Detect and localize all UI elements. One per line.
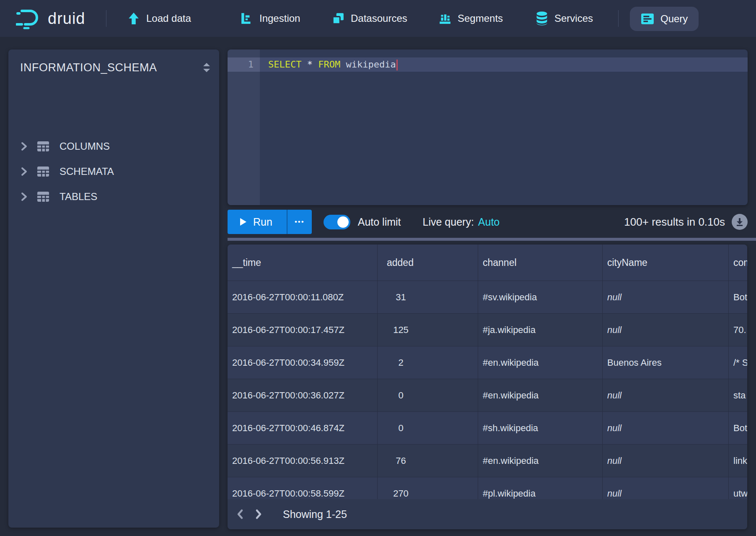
nav-item-query[interactable]: Query: [630, 7, 699, 31]
cell-channel[interactable]: #ja.wikipedia: [478, 314, 603, 346]
cell-added[interactable]: 2: [378, 346, 478, 379]
cell-cityname[interactable]: null: [603, 379, 729, 411]
schema-sidebar: INFORMATION_SCHEMA COLUMNS: [8, 49, 219, 528]
cell-time[interactable]: 2016-06-27T00:00:56.913Z: [228, 445, 378, 477]
cell-cityname[interactable]: null: [603, 445, 729, 477]
cell-time[interactable]: 2016-06-27T00:00:46.874Z: [228, 412, 378, 444]
sidebar-item-label: COLUMNS: [60, 141, 110, 152]
toggle-knob: [337, 216, 349, 228]
nav-item-label: Ingestion: [259, 13, 300, 24]
previous-page-button[interactable]: [231, 505, 249, 523]
cell-added[interactable]: 0: [378, 412, 478, 444]
cell-channel[interactable]: #sv.wikipedia: [478, 281, 603, 313]
cell-comment[interactable]: link: [729, 445, 747, 477]
query-editor[interactable]: 1 SELECT * FROM wikipedia: [228, 49, 748, 205]
cell-added[interactable]: 76: [378, 445, 478, 477]
run-button[interactable]: Run: [228, 210, 287, 234]
cell-channel[interactable]: #en.wikipedia: [478, 445, 603, 477]
cell-added[interactable]: 31: [378, 281, 478, 313]
table-icon: [37, 191, 49, 202]
schema-title: INFORMATION_SCHEMA: [20, 61, 157, 74]
nav-item-label: Services: [554, 13, 593, 24]
upload-icon: [127, 12, 140, 25]
nav-item-label: Query: [660, 13, 688, 25]
segments-icon: [439, 12, 451, 25]
cell-comment[interactable]: /* S: [729, 346, 747, 379]
cell-added[interactable]: 0: [378, 379, 478, 411]
chevron-right-icon: [254, 509, 263, 520]
cell-time[interactable]: 2016-06-27T00:00:36.027Z: [228, 379, 378, 411]
query-toolbar: Run ••• Auto limit Live query: Auto 100+…: [228, 210, 748, 234]
line-number: 1: [228, 57, 254, 72]
table-row: 2016-06-27T00:00:46.874Z 0 #sh.wikipedia…: [228, 411, 747, 444]
cell-comment[interactable]: 70.: [729, 314, 747, 346]
table-row: 2016-06-27T00:00:36.027Z 0 #en.wikipedia…: [228, 379, 747, 411]
results-panel: __time added channel cityName com 2016-0…: [228, 245, 747, 529]
sql-keyword: FROM: [318, 59, 340, 70]
cell-time[interactable]: 2016-06-27T00:00:11.080Z: [228, 281, 378, 313]
auto-limit-toggle[interactable]: [324, 215, 350, 229]
toolbar-right: 100+ results in 0.10s: [624, 214, 748, 230]
sidebar-item-schemata[interactable]: SCHEMATA: [8, 161, 219, 182]
sidebar-item-label: TABLES: [60, 191, 97, 203]
sql-identifier: wikipedia: [346, 59, 396, 70]
schema-header: INFORMATION_SCHEMA: [8, 49, 219, 86]
cell-channel[interactable]: #en.wikipedia: [478, 379, 603, 411]
text-cursor: [396, 60, 398, 70]
column-header-cityname[interactable]: cityName: [603, 245, 729, 281]
double-caret-vertical-icon[interactable]: [202, 62, 212, 73]
nav-item-label: Load data: [146, 13, 191, 24]
nav-divider: [106, 10, 106, 27]
nav-item-label: Segments: [458, 13, 503, 24]
cell-cityname[interactable]: null: [603, 412, 729, 444]
nav-item-ingestion[interactable]: Ingestion: [241, 0, 300, 37]
sidebar-item-label: SCHEMATA: [60, 166, 114, 177]
table-header-row: __time added channel cityName com: [228, 245, 747, 281]
column-header-comment[interactable]: com: [729, 245, 747, 281]
top-nav: druid Load data Ingestion Dat: [0, 0, 756, 37]
nav-item-services[interactable]: Services: [536, 0, 593, 37]
sidebar-item-columns[interactable]: COLUMNS: [8, 135, 219, 157]
download-icon: [735, 217, 744, 226]
nav-item-segments[interactable]: Segments: [439, 0, 503, 37]
nav-item-label: Datasources: [351, 13, 407, 24]
sidebar-item-tables[interactable]: TABLES: [8, 186, 219, 208]
run-more-button[interactable]: •••: [287, 210, 312, 234]
cell-time[interactable]: 2016-06-27T00:00:17.457Z: [228, 314, 378, 346]
table-icon: [37, 141, 49, 152]
cell-comment[interactable]: Bot: [729, 281, 747, 313]
horizontal-scrollbar[interactable]: [228, 238, 756, 241]
druid-logo-icon: [16, 8, 42, 29]
cell-channel[interactable]: #sh.wikipedia: [478, 412, 603, 444]
column-header-channel[interactable]: channel: [478, 245, 603, 281]
logo-wordmark: druid: [48, 10, 85, 28]
next-page-button[interactable]: [249, 505, 268, 523]
sql-star: *: [307, 59, 313, 70]
nav-item-datasources[interactable]: Datasources: [332, 0, 407, 37]
cell-time[interactable]: 2016-06-27T00:00:34.959Z: [228, 346, 378, 379]
cell-cityname[interactable]: null: [603, 314, 729, 346]
chevron-right-icon: [20, 192, 28, 201]
nav-item-load-data[interactable]: Load data: [127, 0, 191, 37]
download-button[interactable]: [732, 214, 748, 230]
cell-comment[interactable]: sta: [729, 379, 747, 411]
auto-limit-label: Auto limit: [358, 216, 401, 228]
cell-channel[interactable]: #en.wikipedia: [478, 346, 603, 379]
column-header-added[interactable]: added: [378, 245, 478, 281]
druid-logo[interactable]: druid: [16, 6, 85, 31]
services-icon: [536, 11, 548, 26]
editor-gutter: [228, 49, 260, 205]
nav-divider: [618, 10, 619, 27]
live-query-value[interactable]: Auto: [478, 216, 500, 228]
results-count: 100+ results in 0.10s: [624, 216, 725, 229]
datasources-icon: [332, 12, 344, 25]
cell-comment[interactable]: Bot: [729, 412, 747, 444]
cell-cityname[interactable]: Buenos Aires: [603, 346, 729, 379]
column-header-time[interactable]: __time: [228, 245, 378, 281]
live-query-label: Live query:: [423, 216, 474, 228]
ingestion-icon: [241, 12, 253, 25]
cell-added[interactable]: 125: [378, 314, 478, 346]
sql-code-line[interactable]: SELECT * FROM wikipedia: [268, 57, 398, 72]
cell-cityname[interactable]: null: [603, 281, 729, 313]
run-split-button: Run •••: [228, 210, 312, 234]
